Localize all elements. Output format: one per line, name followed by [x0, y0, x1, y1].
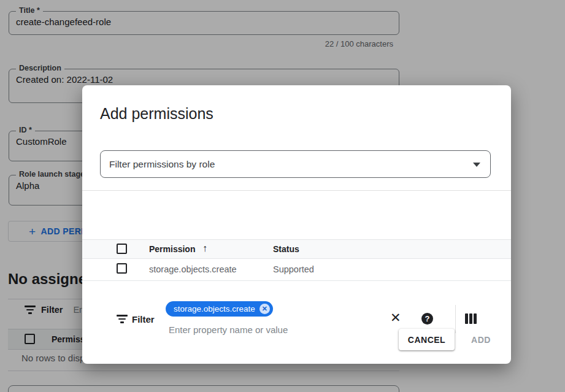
sort-ascending-icon[interactable]: ↑ — [202, 243, 207, 254]
clear-filters-icon[interactable]: ✕ — [390, 311, 401, 324]
filter-chip-label: storage.objects.create — [174, 304, 255, 313]
cancel-button[interactable]: CANCEL — [399, 329, 455, 350]
filter-by-role-dropdown-value: Filter permissions by role — [109, 159, 215, 170]
column-display-options-icon[interactable] — [465, 313, 477, 324]
permissions-table-header: Permission ↑ Status — [82, 239, 511, 259]
filter-input-placeholder[interactable]: Enter property name or value — [169, 325, 288, 335]
dialog-title: Add permissions — [100, 105, 213, 123]
add-permissions-dialog: Add permissions Filter permissions by ro… — [82, 85, 511, 364]
add-button[interactable]: ADD — [463, 329, 499, 350]
filter-list-icon — [117, 315, 128, 323]
toolbar-divider — [455, 305, 456, 333]
permission-column-header[interactable]: Permission — [149, 244, 195, 254]
chip-remove-icon[interactable]: ✕ — [259, 304, 270, 314]
row-checkbox[interactable] — [117, 263, 127, 274]
help-icon[interactable]: ? — [421, 313, 433, 325]
filter-chip[interactable]: storage.objects.create ✕ — [166, 301, 273, 317]
table-row[interactable]: storage.objects.create Supported — [82, 260, 511, 281]
permissions-filter-toolbar: Filter storage.objects.create ✕ Enter pr… — [82, 190, 511, 239]
select-all-checkbox[interactable] — [117, 244, 127, 254]
status-column-header[interactable]: Status — [273, 244, 299, 254]
filter-label: Filter — [132, 314, 155, 325]
dropdown-caret-icon — [473, 163, 480, 167]
screen: Title * create-changefeed-role 22 / 100 … — [0, 0, 565, 392]
permission-cell: storage.objects.create — [149, 264, 237, 274]
status-cell: Supported — [273, 264, 314, 274]
filter-by-role-dropdown[interactable]: Filter permissions by role — [100, 150, 491, 178]
